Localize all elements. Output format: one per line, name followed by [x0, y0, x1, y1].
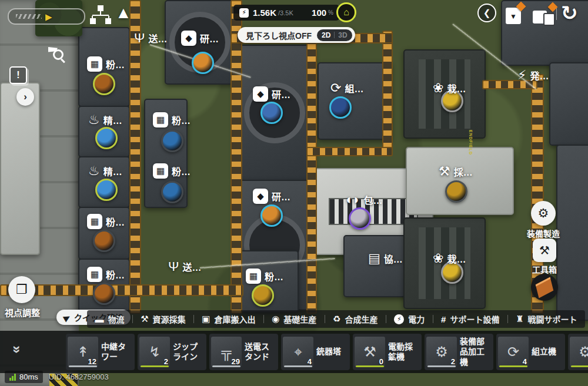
hotbar-item-cutoff-machine[interactable]: ⚙0	[568, 334, 588, 370]
output-item-indicator[interactable]	[329, 96, 352, 119]
category-resource-mining[interactable]: ⚒資源採集	[141, 313, 185, 325]
packager-icon: ◖◗	[345, 192, 360, 207]
expand-button[interactable]: ›	[16, 88, 34, 106]
category-combat-support[interactable]: ♜戦闘サポート	[516, 313, 577, 325]
toolbox-button[interactable]: ⚒	[533, 239, 556, 262]
map-marker-refiner[interactable]: ♨精…	[88, 112, 122, 127]
notice-icon[interactable]: !	[9, 66, 27, 84]
map-marker-crusher[interactable]: ▦粉…	[246, 268, 283, 284]
view-toggle[interactable]: 見下ろし視点OFF 2D 3D	[238, 27, 355, 43]
category-divider	[132, 315, 133, 323]
category-warehouse-io[interactable]: ▣倉庫搬入出	[202, 313, 255, 325]
depot-bag-icon[interactable]	[533, 6, 554, 25]
map-marker-research[interactable]: ◆研…	[253, 189, 290, 204]
category-basic-production[interactable]: ◉基礎生産	[272, 313, 316, 325]
output-item-indicator[interactable]	[93, 283, 115, 305]
category-label: 倉庫搬入出	[215, 313, 256, 325]
item-count: 4	[308, 358, 312, 365]
hotbar-item-gun-turret[interactable]: ⌖4銃器塔	[281, 334, 350, 370]
map-marker-crusher[interactable]: ▦粉…	[87, 56, 125, 72]
marker-label: 栽…	[447, 81, 466, 95]
map-marker-coop-station[interactable]: ▤協…	[368, 251, 403, 266]
output-item-indicator[interactable]	[192, 52, 214, 74]
output-item-indicator[interactable]	[95, 127, 118, 149]
output-item-indicator[interactable]	[260, 204, 283, 227]
view-adjust-button[interactable]: ❐	[8, 276, 35, 303]
map-marker-research[interactable]: ◆研…	[253, 86, 290, 102]
hotbar-item-equipment-parts-machine[interactable]: ⚙2装備部品加工機	[425, 334, 493, 370]
category-logistics[interactable]: ▬物流	[95, 313, 124, 325]
hotbar-item-power-stand[interactable]: ╦29送電スタンド	[209, 334, 278, 370]
power-stand-thumbnail: ╦29	[211, 337, 242, 367]
equipment-craft-button[interactable]: ⚙	[531, 201, 556, 226]
power-stand-icon: Ψ	[134, 31, 145, 46]
category-synthesis-production[interactable]: ♻合成生産	[333, 313, 377, 325]
map-marker-generator[interactable]: ⚡発…	[517, 68, 549, 83]
pin-icon: ▶	[62, 311, 72, 323]
output-item-indicator[interactable]	[445, 180, 467, 203]
refiner-icon: ♨	[88, 112, 100, 127]
build-hotbar: » ↟12中継タワー↯2ジップライン╦29送電スタンド⌖4銃器塔⚒0電動採鉱機⚙…	[0, 331, 588, 373]
slider-arrow-icon: ▶	[45, 12, 52, 21]
collapse-hotbar-button[interactable]: »	[9, 345, 25, 353]
supply-station-icon[interactable]: ▼	[506, 5, 522, 24]
map-marker-research[interactable]: ◆研…	[181, 31, 219, 46]
game-viewport: ENDFIELD Ψ送…◆研…▦粉…♨精…▦粉…♨精…▦粉…▦粉…▦粉…◆研…◆…	[0, 0, 588, 386]
map-marker-packager[interactable]: ◖◗包…	[345, 192, 383, 207]
handbook-item-button[interactable]	[531, 274, 558, 301]
output-item-indicator[interactable]	[161, 130, 183, 152]
category-divider	[507, 315, 508, 323]
back-button[interactable]: ❮	[477, 4, 496, 22]
output-item-indicator[interactable]	[260, 102, 283, 124]
item-underline	[141, 365, 169, 367]
crusher-icon: ▦	[153, 163, 168, 179]
mode-2d[interactable]: 2D	[322, 31, 330, 39]
category-power[interactable]: ⚡電力	[394, 313, 425, 325]
map-marker-power-stand[interactable]: Ψ送…	[168, 259, 201, 274]
category-support-facility[interactable]: #サポート設備	[441, 313, 499, 325]
map-marker-cultivator[interactable]: ❀栽…	[433, 251, 466, 266]
sync-icon[interactable]: ↻	[561, 1, 578, 25]
output-item-indicator[interactable]	[93, 73, 115, 95]
category-divider	[193, 315, 194, 323]
map-progress-slider[interactable]: ▶	[8, 8, 85, 25]
crusher-icon: ▦	[87, 214, 102, 229]
output-item-indicator[interactable]	[95, 179, 118, 201]
item-count: 29	[232, 358, 240, 365]
item-count: 4	[523, 358, 527, 365]
view-mode-capsule[interactable]: 2D 3D	[317, 29, 352, 41]
hierarchy-icon[interactable]	[90, 5, 111, 24]
category-label: 基礎生産	[283, 313, 316, 325]
output-item-indicator[interactable]	[349, 207, 371, 230]
output-item-indicator[interactable]	[161, 181, 183, 203]
item-label: 装備部品加工機	[460, 337, 492, 368]
mode-3d[interactable]: 3D	[338, 31, 347, 39]
map-marker-refiner[interactable]: ♨精…	[88, 163, 122, 179]
map-marker-assembler[interactable]: ⟳組…	[330, 80, 363, 96]
item-count: 2	[164, 358, 168, 365]
assembler-thumbnail: ⟳4	[498, 337, 529, 367]
hotbar-item-electric-miner[interactable]: ⚒0電動採鉱機	[353, 334, 422, 370]
map-building-light	[0, 82, 40, 255]
base-status-badge[interactable]: ⌂	[336, 2, 356, 22]
map-marker-crusher[interactable]: ▦粉…	[153, 163, 191, 179]
map-marker-crusher[interactable]: ▦粉…	[87, 214, 125, 229]
category-label: 資源採集	[153, 313, 186, 325]
map-marker-crusher[interactable]: ▦粉…	[153, 112, 191, 127]
map-search-icon[interactable]	[52, 48, 64, 60]
map-marker-power-stand[interactable]: Ψ送…	[134, 31, 167, 46]
combat-support-icon: ♜	[516, 314, 523, 324]
map-marker-cultivator[interactable]: ❀栽…	[433, 80, 466, 96]
output-item-indicator[interactable]	[252, 284, 274, 307]
output-item-indicator[interactable]	[93, 230, 115, 252]
hotbar-item-relay-tower[interactable]: ↟12中継タワー	[66, 334, 135, 370]
energy-icon: ⚡	[239, 8, 249, 18]
energy-max: /3.5K	[278, 9, 293, 16]
hotbar-item-assembler[interactable]: ⟳4組立機	[496, 334, 565, 370]
road-icon[interactable]: ▲	[115, 4, 132, 22]
marker-label: 研…	[272, 189, 290, 203]
hotbar-item-zipline[interactable]: ↯2ジップライン	[138, 334, 206, 370]
marker-label: 研…	[272, 87, 290, 101]
map-marker-crusher[interactable]: ▦粉…	[87, 267, 125, 282]
map-marker-miner[interactable]: ⚒採…	[439, 164, 473, 179]
